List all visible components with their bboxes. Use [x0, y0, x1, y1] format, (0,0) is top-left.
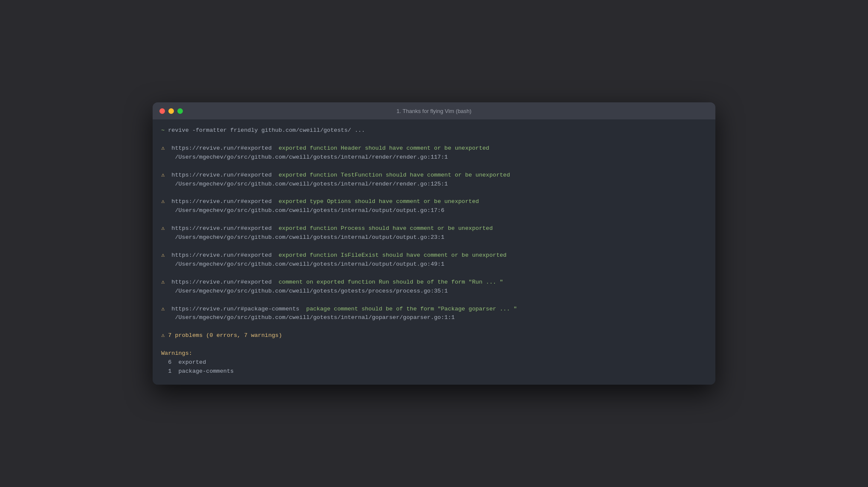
warning-line-4-path: /Users/mgechev/go/src/github.com/cweill/…	[161, 233, 707, 242]
warning-line-4-url: ⚠ https://revive.run/r#exported exported…	[161, 224, 707, 233]
terminal-window: 1. Thanks for flying Vim (bash) ~ revive…	[153, 102, 715, 385]
close-button[interactable]	[159, 108, 165, 114]
window-title: 1. Thanks for flying Vim (bash)	[396, 108, 472, 114]
traffic-lights	[159, 108, 183, 114]
warning-line-1-path: /Users/mgechev/go/src/github.com/cweill/…	[161, 153, 707, 162]
warning-line-2-path: /Users/mgechev/go/src/github.com/cweill/…	[161, 180, 707, 189]
problems-summary: ⚠ 7 problems (0 errors, 7 warnings)	[161, 331, 707, 340]
warning-line-2-url: ⚠ https://revive.run/r#exported exported…	[161, 171, 707, 180]
warning-line-7-url: ⚠ https://revive.run/r#package-comments …	[161, 305, 707, 314]
maximize-button[interactable]	[177, 108, 183, 114]
warning-line-5-path: /Users/mgechev/go/src/github.com/cweill/…	[161, 260, 707, 269]
warning-line-7-path: /Users/mgechev/go/src/github.com/cweill/…	[161, 313, 707, 322]
warning-line-6-url: ⚠ https://revive.run/r#exported comment …	[161, 278, 707, 287]
titlebar: 1. Thanks for flying Vim (bash)	[153, 102, 715, 119]
warning-line-6-path: /Users/mgechev/go/src/github.com/cweill/…	[161, 287, 707, 296]
terminal-body[interactable]: ~ revive -formatter friendly github.com/…	[153, 119, 715, 385]
minimize-button[interactable]	[168, 108, 174, 114]
warning-line-3-url: ⚠ https://revive.run/r#exported exported…	[161, 197, 707, 206]
warning-line-3-path: /Users/mgechev/go/src/github.com/cweill/…	[161, 206, 707, 215]
warnings-header: Warnings:	[161, 349, 707, 358]
warning-line-1-url: ⚠ https://revive.run/r#exported exported…	[161, 144, 707, 153]
warning-line-5-url: ⚠ https://revive.run/r#exported exported…	[161, 251, 707, 260]
warnings-item-package-comments: 1 package-comments	[161, 367, 707, 376]
command-line: ~ revive -formatter friendly github.com/…	[161, 126, 707, 135]
warnings-item-exported: 6 exported	[161, 358, 707, 367]
